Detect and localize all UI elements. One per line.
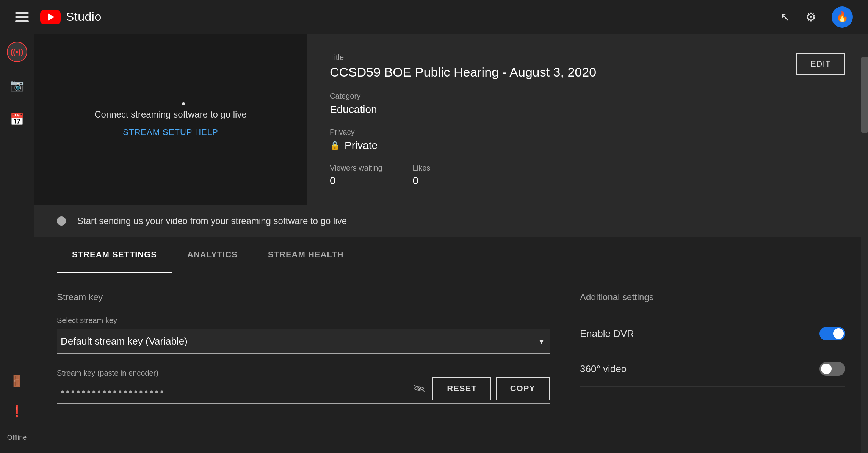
settings-content: Stream key Select stream key Default str…	[34, 273, 868, 423]
key-actions: RESET COPY	[410, 377, 550, 400]
edit-button[interactable]: EDIT	[796, 53, 845, 75]
sidebar-item-calendar[interactable]: 📅	[6, 108, 28, 130]
video-info-row: Connect streaming software to go live ST…	[34, 34, 868, 205]
info-title-row: Title CCSD59 BOE Public Hearing - August…	[330, 53, 845, 80]
scrollbar-thumb[interactable]	[861, 57, 868, 133]
sidebar-item-camera[interactable]: 📷	[6, 74, 28, 96]
viewers-label: Viewers waiting	[330, 164, 382, 172]
enable-dvr-row: Enable DVR	[580, 316, 845, 351]
gear-icon[interactable]: ⚙	[805, 10, 816, 24]
360-video-row: 360° video	[580, 351, 845, 387]
category-value: Education	[330, 103, 845, 116]
sidebar: ((•)) 📷 📅 🚪 ❗ Offline	[0, 34, 34, 453]
alert-icon: ❗	[10, 404, 24, 418]
tab-stream-health[interactable]: STREAM HEALTH	[253, 238, 359, 273]
stream-setup-help-link[interactable]: STREAM SETUP HELP	[123, 127, 218, 137]
exit-icon: 🚪	[10, 374, 24, 387]
share-icon[interactable]: ↗	[780, 10, 790, 24]
enable-dvr-toggle[interactable]	[819, 327, 845, 340]
sidebar-item-live[interactable]: ((•))	[7, 42, 27, 62]
main-layout: ((•)) 📷 📅 🚪 ❗ Offline Connect streaming …	[0, 34, 868, 453]
stream-key-section-title: Stream key	[57, 292, 550, 303]
privacy-row: 🔒 Private	[330, 140, 845, 152]
enable-dvr-label: Enable DVR	[580, 328, 634, 340]
sidebar-item-alert[interactable]: ❗	[6, 400, 28, 422]
stream-info-panel: Title CCSD59 BOE Public Hearing - August…	[307, 34, 868, 205]
connect-text: Connect streaming software to go live	[94, 109, 247, 120]
sidebar-offline-label: Offline	[7, 430, 27, 445]
calendar-icon: 📅	[10, 113, 24, 126]
status-text: Start sending us your video from your st…	[77, 216, 347, 226]
key-input-label: Stream key (paste in encoder)	[57, 369, 550, 378]
360-video-label: 360° video	[580, 363, 627, 375]
privacy-value: Private	[345, 140, 378, 152]
tab-analytics[interactable]: ANALYTICS	[172, 238, 253, 273]
title-label: Title	[330, 53, 596, 62]
avatar[interactable]: 🔥	[832, 6, 853, 28]
viewers-value: 0	[330, 175, 382, 187]
status-dot	[57, 216, 66, 226]
youtube-icon	[40, 10, 61, 24]
camera-icon: 📷	[10, 78, 24, 92]
likes-value: 0	[413, 175, 431, 187]
hamburger-icon[interactable]	[15, 12, 29, 22]
stream-key-select[interactable]: Default stream key (Variable)	[57, 329, 550, 354]
scrollbar[interactable]	[861, 34, 868, 453]
topnav: Studio ↗ ⚙ 🔥	[0, 0, 868, 34]
select-stream-key-label: Select stream key	[57, 316, 550, 325]
key-input-row: Stream key (paste in encoder) RESET COPY	[57, 369, 550, 404]
video-preview: Connect streaming software to go live ST…	[34, 34, 307, 205]
select-wrapper: Default stream key (Variable)	[57, 329, 550, 354]
logo-area: Studio	[40, 10, 102, 24]
eye-slash-icon	[414, 384, 425, 392]
sidebar-item-exit[interactable]: 🚪	[6, 369, 28, 392]
video-dot	[182, 102, 185, 105]
category-label: Category	[330, 92, 845, 100]
privacy-block: Privacy 🔒 Private	[330, 128, 845, 152]
reset-button[interactable]: RESET	[432, 377, 491, 400]
likes-label: Likes	[413, 164, 431, 172]
topnav-right: ↗ ⚙ 🔥	[780, 6, 853, 28]
live-icon: ((•))	[11, 48, 24, 56]
tab-stream-settings[interactable]: STREAM SETTINGS	[57, 238, 172, 273]
sidebar-bottom: 🚪 ❗ Offline	[6, 369, 28, 445]
status-bar: Start sending us your video from your st…	[34, 205, 868, 237]
additional-settings-title: Additional settings	[580, 292, 845, 303]
studio-label: Studio	[66, 10, 102, 24]
lock-icon: 🔒	[330, 141, 340, 150]
category-block: Category Education	[330, 92, 845, 116]
content-area: Connect streaming software to go live ST…	[34, 34, 868, 453]
likes-stat: Likes 0	[413, 164, 431, 187]
360-video-toggle[interactable]	[819, 362, 845, 376]
title-value: CCSD59 BOE Public Hearing - August 3, 20…	[330, 65, 596, 80]
copy-button[interactable]: COPY	[496, 377, 550, 400]
stats-row: Viewers waiting 0 Likes 0	[330, 164, 845, 187]
toggle-visibility-button[interactable]	[410, 380, 428, 398]
privacy-label: Privacy	[330, 128, 845, 136]
title-block: Title CCSD59 BOE Public Hearing - August…	[330, 53, 596, 80]
viewers-stat: Viewers waiting 0	[330, 164, 382, 187]
tabs-row: STREAM SETTINGS ANALYTICS STREAM HEALTH	[34, 237, 868, 273]
topnav-left: Studio	[15, 10, 102, 24]
stream-key-section: Stream key Select stream key Default str…	[57, 292, 550, 404]
additional-settings: Additional settings Enable DVR 360° vide…	[580, 292, 845, 404]
